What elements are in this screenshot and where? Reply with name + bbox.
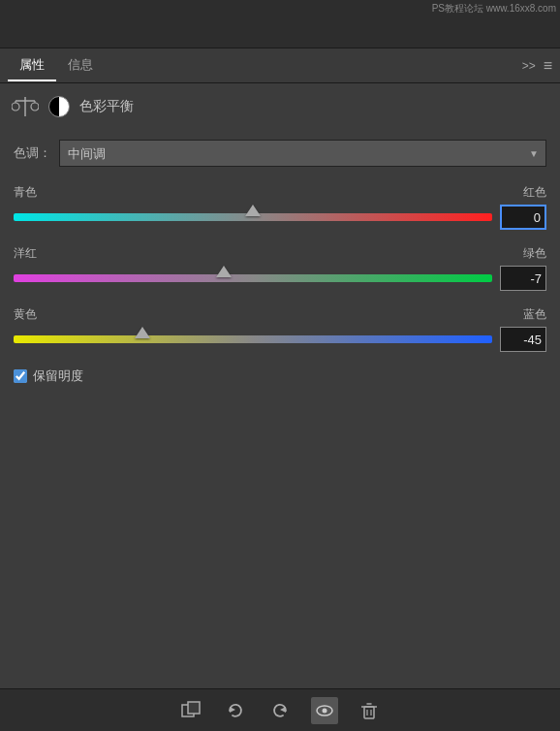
svg-point-11 xyxy=(323,708,327,713)
watermark: PS教程论坛 www.16xx8.com xyxy=(432,2,556,16)
delete-icon xyxy=(358,700,380,721)
top-bar: PS教程论坛 www.16xx8.com xyxy=(0,0,560,48)
clip-icon xyxy=(180,700,202,721)
slider-thumb-3[interactable] xyxy=(135,327,150,338)
tone-row: 色调： 阴影 中间调 高光 xyxy=(14,140,546,167)
slider-labels-2: 洋红 绿色 xyxy=(14,245,546,262)
panel-content: 色调： 阴影 中间调 高光 青色 红色 洋红 绿色 xyxy=(0,130,560,395)
panel-menu-icon[interactable]: ≡ xyxy=(544,57,552,75)
label-red: 红色 xyxy=(523,184,546,201)
slider-labels-1: 青色 红色 xyxy=(14,184,546,201)
tab-row: 属性 信息 >> ≡ xyxy=(0,48,560,83)
svg-point-2 xyxy=(12,103,19,111)
visibility-icon xyxy=(48,96,70,117)
label-magenta: 洋红 xyxy=(14,245,37,262)
clip-button[interactable] xyxy=(177,697,204,724)
preserve-luminosity-row: 保留明度 xyxy=(14,367,546,385)
label-green: 绿色 xyxy=(523,245,546,262)
slider-row-yellow-blue: 黄色 蓝色 xyxy=(14,306,546,352)
svg-marker-8 xyxy=(230,707,235,713)
slider-row-magenta-green: 洋红 绿色 xyxy=(14,245,546,291)
slider-track-wrapper-3[interactable] xyxy=(14,329,492,350)
panel-header: 色彩平衡 xyxy=(0,83,560,130)
slider-row-cyan-red: 青色 红色 xyxy=(14,184,546,230)
delete-button[interactable] xyxy=(356,697,383,724)
svg-point-3 xyxy=(31,103,39,111)
eye-icon xyxy=(314,700,335,721)
value-input-magenta-green[interactable] xyxy=(500,266,546,291)
svg-rect-12 xyxy=(364,707,374,718)
panel-title: 色彩平衡 xyxy=(79,98,134,115)
reset-button[interactable] xyxy=(222,697,249,724)
slider-track-wrapper-1[interactable] xyxy=(14,207,492,228)
preserve-luminosity-label: 保留明度 xyxy=(33,367,83,385)
slider-input-row-2 xyxy=(14,266,546,291)
slider-labels-3: 黄色 蓝色 xyxy=(14,306,546,323)
reset-icon xyxy=(225,700,246,721)
tone-label: 色调： xyxy=(14,144,51,162)
slider-track-wrapper-2[interactable] xyxy=(14,268,492,289)
undo-button[interactable] xyxy=(266,697,294,724)
bottom-toolbar xyxy=(0,688,560,731)
value-input-yellow-blue[interactable] xyxy=(500,327,546,352)
value-input-cyan-red[interactable] xyxy=(500,205,546,230)
slider-input-row-3 xyxy=(14,327,546,352)
tab-actions: >> ≡ xyxy=(522,57,552,75)
slider-track-2 xyxy=(14,274,492,282)
slider-thumb-1[interactable] xyxy=(245,205,261,216)
tab-properties[interactable]: 属性 xyxy=(8,50,56,81)
slider-track-3 xyxy=(14,335,492,343)
visibility-button[interactable] xyxy=(311,697,338,724)
slider-input-row-1 xyxy=(14,205,546,230)
tab-info[interactable]: 信息 xyxy=(56,50,105,81)
slider-thumb-2[interactable] xyxy=(216,266,232,277)
label-yellow: 黄色 xyxy=(14,306,37,323)
expand-icon[interactable]: >> xyxy=(522,59,536,73)
tone-select-wrapper: 阴影 中间调 高光 xyxy=(59,140,546,167)
preserve-luminosity-checkbox[interactable] xyxy=(14,369,27,383)
label-blue: 蓝色 xyxy=(523,306,546,323)
label-cyan: 青色 xyxy=(14,184,37,201)
tone-select[interactable]: 阴影 中间调 高光 xyxy=(59,140,546,167)
svg-marker-9 xyxy=(280,707,286,713)
svg-rect-7 xyxy=(188,702,200,714)
undo-icon xyxy=(269,700,291,721)
balance-icon xyxy=(12,93,39,120)
